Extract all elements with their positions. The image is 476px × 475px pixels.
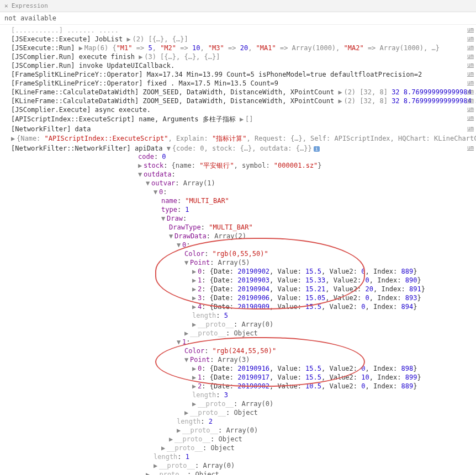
source-link[interactable]: um bbox=[467, 79, 474, 86]
log-row[interactable]: [...........] ....... .....um bbox=[0, 26, 476, 35]
tree-row[interactable]: ▶2: {Date: 20190904, Value: 15.21, Value… bbox=[192, 285, 472, 293]
source-link[interactable]: um bbox=[467, 145, 474, 151]
source-link[interactable]: um bbox=[467, 115, 474, 121]
tree-row[interactable]: ▼1: bbox=[177, 338, 472, 346]
log-row[interactable]: [APIScriptIndex::ExecuteScript] name, Ar… bbox=[0, 114, 476, 125]
expand-arrow-icon[interactable]: ▶ bbox=[127, 35, 133, 43]
collapse-arrow-icon[interactable]: ▼ bbox=[167, 145, 172, 152]
tree-row[interactable]: ▶__proto__: Object bbox=[169, 435, 472, 444]
log-row[interactable]: ▶{Name: "APIScriptIndex::ExecuteScript",… bbox=[0, 134, 476, 144]
log-row[interactable]: [JSComplier.Run] invoke UpdateUICallback… bbox=[0, 61, 476, 70]
tree-row[interactable]: length: 5 bbox=[192, 311, 472, 320]
header-title: Expression bbox=[12, 2, 48, 9]
log-row[interactable]: [FrameSplitKLinePriceY::Operator] fixed … bbox=[0, 79, 476, 88]
log-row[interactable]: [NetworkFilter] dataum bbox=[0, 125, 476, 134]
tree-row[interactable]: ▶4: {Date: 20190909, Value: 15.5, Value2… bbox=[192, 302, 472, 311]
expression-header: ✕ Expression bbox=[0, 0, 476, 12]
expression-value: not available bbox=[0, 12, 476, 25]
expand-arrow-icon[interactable]: ▶ bbox=[138, 161, 144, 170]
collapse-arrow-icon[interactable]: ▼ bbox=[138, 170, 144, 179]
tree-row[interactable]: ▶__proto__: Object bbox=[146, 470, 472, 475]
tree-row[interactable]: ▼outvar: Array(1) bbox=[146, 179, 472, 188]
expand-arrow-icon[interactable]: ▶ bbox=[79, 44, 84, 52]
tree-row[interactable]: ▼0: bbox=[177, 241, 472, 249]
expand-arrow-icon[interactable]: ▶ bbox=[338, 88, 343, 96]
source-link[interactable]: um bbox=[467, 106, 474, 112]
source-link[interactable]: um bbox=[467, 44, 474, 50]
expand-arrow-icon[interactable]: ▶ bbox=[11, 135, 17, 142]
log-row[interactable]: [KLineFrame::CalculateDataWidth] ZOOM_SE… bbox=[0, 88, 476, 97]
collapse-arrow-icon[interactable]: ▼ bbox=[184, 355, 190, 364]
tree-row[interactable]: length: 2 bbox=[177, 417, 472, 426]
tree-row[interactable]: ▶__proto__: Object bbox=[184, 408, 472, 417]
collapse-arrow-icon[interactable]: ▼ bbox=[177, 241, 182, 249]
source-link[interactable]: um bbox=[467, 88, 474, 94]
expand-arrow-icon[interactable]: ▶ bbox=[240, 115, 245, 123]
close-icon[interactable]: ✕ bbox=[4, 2, 8, 9]
log-row[interactable]: [JSExecute::Run] ▶Map(6) {"M1" => 5, "M2… bbox=[0, 44, 476, 52]
log-row-expanded[interactable]: [NetworkFilter::NetworkFilter] apiData ▼… bbox=[0, 144, 476, 475]
source-link[interactable]: um bbox=[467, 71, 474, 77]
tree-row[interactable]: ▼Draw: bbox=[161, 214, 472, 223]
log-row[interactable]: [KLineFrame::CalculateDataWidth] ZOOM_SE… bbox=[0, 97, 476, 105]
tree-row[interactable]: name: "MULTI_BAR" bbox=[161, 196, 472, 205]
tree-row[interactable]: ▶1: {Date: 20190903, Value: 15.33, Value… bbox=[192, 276, 472, 285]
tree-row[interactable]: ▶__proto__: Object bbox=[161, 444, 472, 452]
tree-row[interactable]: type: 1 bbox=[161, 205, 472, 214]
tree-row[interactable]: ▶1: {Date: 20190917, Value: 15.5, Value2… bbox=[192, 373, 472, 382]
tree-row[interactable]: ▶__proto__: Array(0) bbox=[154, 461, 472, 470]
expand-arrow-icon[interactable]: ▶ bbox=[338, 97, 343, 105]
log-row[interactable]: [FrameSplitKLinePriceY::Operator] Max=17… bbox=[0, 70, 476, 79]
tree-row[interactable]: Color: "rgb(0,55,50)" bbox=[184, 249, 472, 258]
source-link[interactable]: um bbox=[467, 62, 474, 68]
collapse-arrow-icon[interactable]: ▼ bbox=[184, 258, 190, 267]
source-link[interactable]: um bbox=[467, 35, 474, 41]
collapse-arrow-icon[interactable]: ▼ bbox=[146, 179, 151, 188]
tree-row[interactable]: ▼DrawData: Array(2) bbox=[169, 232, 472, 241]
tree-row[interactable]: ▶__proto__: Array(0) bbox=[192, 320, 472, 329]
tree-row[interactable]: ▶__proto__: Object bbox=[184, 329, 472, 338]
tree-row[interactable]: length: 3 bbox=[192, 391, 472, 399]
source-link[interactable]: um bbox=[467, 97, 474, 103]
tree-row[interactable]: ▶3: {Date: 20190906, Value: 15.05, Value… bbox=[192, 293, 472, 302]
object-tree: code: 0 ▶stock: {name: "平安银行", symbol: "… bbox=[11, 152, 472, 475]
tree-row[interactable]: code: 0 bbox=[138, 152, 472, 161]
collapse-arrow-icon[interactable]: ▼ bbox=[154, 188, 159, 196]
source-link[interactable]: um bbox=[467, 26, 474, 33]
tree-row[interactable]: ▼Point: Array(5) bbox=[184, 258, 472, 267]
info-badge-icon[interactable]: i bbox=[314, 146, 320, 152]
expand-arrow-icon[interactable]: ▶ bbox=[139, 53, 144, 61]
tree-row[interactable]: ▶2: {Date: 20190902, Value: 10.5, Value2… bbox=[192, 382, 472, 391]
log-row[interactable]: [JSComplier.Run] execute finish ▶(3) [{…… bbox=[0, 52, 476, 61]
source-link[interactable]: um bbox=[467, 53, 474, 59]
tree-row[interactable]: ▶0: {Date: 20190916, Value: 15.5, Value2… bbox=[192, 364, 472, 373]
tree-row[interactable]: ▶stock: {name: "平安银行", symbol: "000001.s… bbox=[138, 161, 472, 170]
collapse-arrow-icon[interactable]: ▼ bbox=[177, 338, 182, 346]
log-row[interactable]: [JSExecute::Execute] JobList ▶(2) [{…}, … bbox=[0, 35, 476, 44]
console-log: [...........] ....... .....um [JSExecute… bbox=[0, 25, 476, 475]
tree-row[interactable]: ▼Point: Array(3) bbox=[184, 355, 472, 364]
tree-row[interactable]: DrawType: "MULTI_BAR" bbox=[169, 223, 472, 232]
log-row[interactable]: [JSComplier.Execute] async execute.um bbox=[0, 105, 476, 114]
tree-row[interactable]: ▶__proto__: Array(0) bbox=[177, 426, 472, 435]
collapse-arrow-icon[interactable]: ▼ bbox=[169, 232, 174, 241]
tree-row[interactable]: ▶__proto__: Array(0) bbox=[192, 399, 472, 408]
tree-row[interactable]: Color: "rgb(244,55,50)" bbox=[184, 346, 472, 355]
tree-row[interactable]: length: 1 bbox=[154, 452, 472, 461]
tree-row[interactable]: ▼outdata: bbox=[138, 170, 472, 179]
tree-row[interactable]: ▶0: {Date: 20190902, Value: 15.5, Value2… bbox=[192, 267, 472, 276]
tree-row[interactable]: ▼0: bbox=[154, 188, 472, 196]
source-link[interactable]: um bbox=[467, 125, 474, 131]
collapse-arrow-icon[interactable]: ▼ bbox=[161, 214, 167, 223]
